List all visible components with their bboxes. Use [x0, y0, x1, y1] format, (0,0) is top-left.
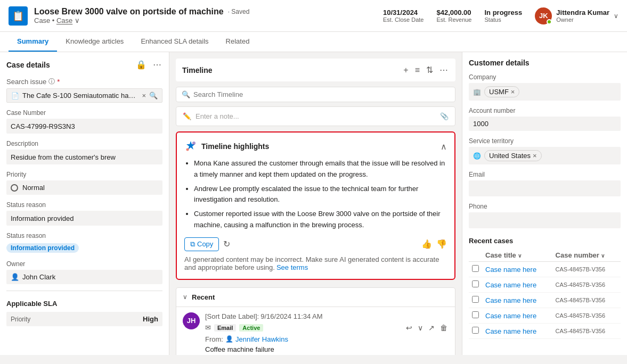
- case-title-link[interactable]: Case name here: [485, 327, 536, 335]
- email-item: JH [Sort Date Label]: 9/16/2024 11:34 AM…: [176, 307, 455, 355]
- sla-priority-label: Priority: [11, 316, 30, 323]
- copy-icon: ⧉: [190, 240, 195, 249]
- search-issue-field: Search issue ⓘ * 📄 The Cafe S-100 Semiau…: [6, 77, 162, 103]
- status-value: In progress: [485, 9, 523, 16]
- thumbs-down-button[interactable]: 👎: [436, 239, 447, 249]
- row-checkbox[interactable]: [469, 293, 482, 308]
- header-left: 📋 Loose Brew 3000 valve on portside of m…: [9, 6, 249, 26]
- lock-button[interactable]: 🔒: [135, 59, 148, 71]
- table-row: Case name here CAS-48457B-V356: [469, 324, 621, 339]
- header-title-area: Loose Brew 3000 valve on portside of mac…: [34, 7, 249, 24]
- copy-button[interactable]: ⧉ Copy: [184, 237, 219, 251]
- thumbs-up-button[interactable]: 👍: [421, 239, 432, 249]
- search-icon: 🔍: [182, 90, 190, 98]
- case-number-cell: CAS-48457B-V356: [552, 308, 621, 324]
- tab-summary[interactable]: Summary: [9, 32, 57, 52]
- header-right: 10/31/2024 Est. Close Date $42,000.00 Es…: [383, 7, 618, 24]
- status-reason-tag: Information provided: [6, 243, 79, 253]
- case-title-cell: Case name here: [482, 324, 552, 339]
- description-value: Residue from the customer's brew: [6, 150, 162, 164]
- timeline-title: Timeline: [182, 66, 213, 75]
- recent-label: Recent: [192, 293, 215, 301]
- highlights-collapse-button[interactable]: ∧: [441, 142, 447, 152]
- refresh-button[interactable]: ↻: [223, 239, 230, 249]
- case-details-title: Case details: [6, 61, 50, 69]
- company-label: Company: [469, 73, 621, 81]
- territory-tag: United States ×: [484, 150, 542, 161]
- account-number-field: Account number 1000: [469, 107, 621, 131]
- phone-value[interactable]: [469, 212, 621, 228]
- case-title-link[interactable]: Case name here: [485, 296, 536, 304]
- share-button[interactable]: ↗: [427, 322, 436, 333]
- delete-button[interactable]: 🗑: [439, 322, 449, 333]
- more-options-button[interactable]: ⋯: [152, 59, 162, 71]
- search-icon[interactable]: 🔍: [149, 92, 158, 100]
- select-all-header: [469, 249, 482, 262]
- email-content: [Sort Date Label]: 9/16/2024 11:34 AM ✉ …: [205, 312, 449, 355]
- row-checkbox[interactable]: [469, 277, 482, 293]
- table-row: Case name here CAS-48457B-V356: [469, 262, 621, 277]
- note-input-area[interactable]: ✏️ Enter a note... 📎: [176, 106, 455, 126]
- timeline-search-input[interactable]: [193, 90, 450, 98]
- owner-role: Owner: [556, 16, 609, 23]
- case-title-link[interactable]: Case name here: [485, 266, 536, 274]
- page-title: Loose Brew 3000 valve on portside of mac…: [34, 7, 224, 16]
- timeline-add-button[interactable]: +: [402, 64, 409, 76]
- recent-section: ∨ Recent JH [Sort Date Label]: 9/16/2024…: [176, 287, 455, 355]
- case-title-header[interactable]: Case title ∨: [482, 249, 552, 262]
- search-issue-input[interactable]: 📄 The Cafe S-100 Semiautomatic has air b…: [6, 88, 162, 103]
- case-title-link[interactable]: Case name here: [485, 312, 536, 320]
- phone-field: Phone: [469, 203, 621, 228]
- priority-radio[interactable]: Normal: [6, 180, 162, 195]
- pencil-icon: ✏️: [183, 112, 191, 120]
- case-number-value: CAS-47999-R9S3N3: [6, 119, 162, 134]
- chevron-down-icon: ∨: [183, 293, 188, 301]
- see-terms-link[interactable]: See terms: [276, 263, 308, 271]
- note-input-left: ✏️ Enter a note...: [183, 112, 239, 120]
- timeline-sort-button[interactable]: ⇅: [425, 64, 434, 76]
- territory-remove-button[interactable]: ×: [533, 152, 537, 160]
- revenue-value: $42,000.00: [436, 9, 471, 16]
- email-actions: ↩ ∨ ↗ 🗑: [405, 322, 449, 333]
- search-issue-value: The Cafe S-100 Semiautomatic has air bu: [22, 92, 139, 100]
- owner-field: Owner 👤 John Clark: [6, 260, 162, 284]
- tab-related[interactable]: Related: [217, 32, 258, 52]
- company-remove-button[interactable]: ×: [511, 88, 515, 96]
- email-item-inner: JH [Sort Date Label]: 9/16/2024 11:34 AM…: [183, 312, 449, 355]
- recent-header[interactable]: ∨ Recent: [176, 288, 455, 307]
- owner-area[interactable]: JK Jittendra Kumar Owner ∨: [535, 7, 618, 24]
- case-number-cell: CAS-48457B-V356: [552, 293, 621, 308]
- reply-button[interactable]: ↩: [405, 322, 413, 333]
- customer-details-title: Customer details: [469, 59, 621, 67]
- case-title-link[interactable]: Case name here: [485, 281, 536, 289]
- sla-priority-value: High: [143, 315, 158, 323]
- email-value[interactable]: [469, 180, 621, 196]
- timeline-more-button[interactable]: ⋯: [438, 64, 449, 76]
- case-number-label: Case Number: [6, 109, 162, 117]
- case-number-cell: CAS-48457B-V356: [552, 262, 621, 277]
- row-checkbox[interactable]: [469, 324, 482, 339]
- case-number-value: CAS-48457B-V356: [556, 282, 606, 288]
- tab-knowledge[interactable]: Knowledge articles: [57, 32, 132, 52]
- row-checkbox[interactable]: [469, 308, 482, 324]
- status-reason-text-value: Information provided: [6, 211, 162, 226]
- svg-point-0: [192, 142, 196, 145]
- owner-field-value: 👤 John Clark: [6, 270, 162, 284]
- panel-actions: 🔒 ⋯: [135, 59, 162, 71]
- table-row: Case name here CAS-48457B-V356: [469, 277, 621, 293]
- timeline-search[interactable]: 🔍: [176, 87, 455, 102]
- case-number-header[interactable]: Case number ∨: [552, 249, 621, 262]
- expand-button[interactable]: ∨: [417, 322, 424, 333]
- list-item: Mona Kane assured the customer through e…: [194, 158, 447, 180]
- attach-icon[interactable]: 📎: [440, 112, 449, 120]
- table-header-row: Case title ∨ Case number ∨: [469, 249, 621, 262]
- sender-avatar: JH: [183, 312, 200, 329]
- priority-label: Priority: [6, 171, 162, 178]
- email-label: Email: [469, 171, 621, 178]
- timeline-filter-button[interactable]: ≡: [414, 64, 421, 76]
- tab-sla[interactable]: Enhanced SLA details: [132, 32, 217, 52]
- building-icon: 🏢: [473, 88, 481, 96]
- clear-icon[interactable]: ×: [142, 92, 146, 100]
- sender-name: Jennifer Hawkins: [235, 335, 288, 343]
- row-checkbox[interactable]: [469, 262, 482, 277]
